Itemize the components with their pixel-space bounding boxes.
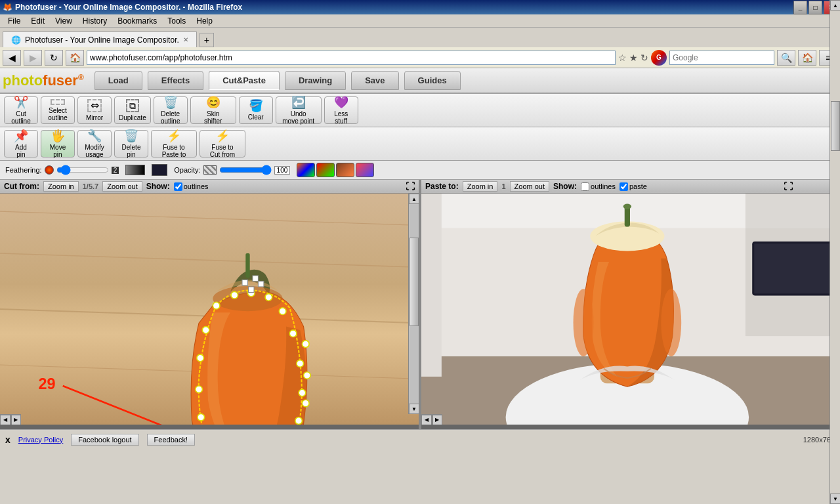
facebook-logout-button[interactable]: Facebook logout — [71, 434, 138, 446]
scroll-thumb-h[interactable] — [10, 415, 12, 425]
maximize-button[interactable]: □ — [808, 1, 822, 14]
cut-from-outlines-checkbox[interactable] — [174, 182, 182, 191]
paste-to-zoom-out[interactable]: Zoom out — [510, 181, 549, 192]
cut-from-scrollbar-v[interactable]: ▲ ▼ — [408, 194, 419, 414]
search-button[interactable]: 🔍 — [777, 50, 795, 66]
paste-to-paste-checkbox[interactable] — [620, 182, 628, 191]
tab-guides[interactable]: Guides — [404, 71, 461, 90]
paste-to-zoom-level: 1 — [501, 182, 505, 190]
home-button[interactable]: 🏠 — [66, 50, 84, 66]
scroll-right-btn2[interactable]: ▶ — [432, 415, 442, 425]
scroll-down-btn[interactable]: ▼ — [409, 404, 419, 414]
cut-from-image: 29 30 — [0, 194, 419, 425]
select-outline-button[interactable]: Selectoutline — [41, 96, 75, 124]
tab-drawing[interactable]: Drawing — [285, 71, 346, 90]
paste-to-paste-label[interactable]: paste — [620, 182, 647, 191]
scroll-left-btn[interactable]: ◀ — [0, 415, 10, 425]
delete-pin-button[interactable]: 🗑️ Deletepin — [114, 130, 148, 158]
delete-outline-button[interactable]: 🗑️ Deleteoutline — [154, 96, 188, 124]
svg-point-11 — [197, 354, 204, 362]
clear-button[interactable]: 🪣 Clear — [239, 96, 273, 124]
reload-button[interactable]: ↻ — [45, 50, 63, 66]
page-scrollbar[interactable]: ▲ ▼ — [830, 0, 840, 504]
scroll-up-btn[interactable]: ▲ — [409, 194, 419, 204]
undo-move-button[interactable]: ↩️ Undomove point — [276, 96, 322, 124]
minimize-button[interactable]: _ — [793, 1, 807, 14]
color-btn-3[interactable] — [336, 163, 354, 177]
home-btn2[interactable]: 🏠 — [798, 50, 816, 66]
menu-tools[interactable]: Tools — [162, 15, 191, 27]
svg-point-57 — [661, 289, 681, 356]
fuse-paste-to-button[interactable]: ⚡ Fuse toPaste to — [151, 130, 197, 158]
color-swatch-dark[interactable] — [152, 164, 167, 176]
paste-to-zoom-in[interactable]: Zoom in — [463, 181, 498, 192]
less-stuff-button[interactable]: 💜 Lessstuff — [324, 96, 358, 124]
app-nav-bar: photofuser® Load Effects Cut&Paste Drawi… — [0, 68, 840, 94]
new-tab-button[interactable]: + — [200, 33, 214, 47]
menu-help[interactable]: Help — [191, 15, 218, 27]
star2-icon[interactable]: ★ — [629, 52, 638, 63]
back-button[interactable]: ◀ — [3, 50, 21, 66]
color-btn-4[interactable] — [356, 163, 374, 177]
modify-usage-button[interactable]: 🔧 Modifyusage — [77, 130, 112, 158]
paste-to-scrollbar-h[interactable]: ◀ ▶ — [421, 414, 442, 425]
scroll-left-btn2[interactable]: ◀ — [421, 415, 432, 425]
page-scroll-thumb[interactable] — [831, 101, 840, 152]
paste-to-outlines-label[interactable]: outlines — [581, 182, 616, 191]
cut-from-zoom-out[interactable]: Zoom out — [102, 181, 142, 192]
tabbar: 🌐 Photofuser - Your Online Image Composi… — [0, 28, 840, 47]
paste-to-outlines-checkbox[interactable] — [581, 182, 589, 191]
duplicate-button[interactable]: ⧉ Duplicate — [114, 96, 151, 124]
scroll-right-btn[interactable]: ▶ — [10, 415, 21, 425]
fuse-cut-from-button[interactable]: ⚡ Fuse toCut from — [200, 130, 245, 158]
feedback-button[interactable]: Feedback! — [147, 434, 195, 446]
mirror-button[interactable]: ⇔ Mirror — [77, 96, 112, 124]
window-title: Photofuser - Your Online Image Composito… — [15, 3, 242, 12]
tab-effects[interactable]: Effects — [148, 71, 203, 90]
page-scroll-down[interactable]: ▼ — [830, 494, 840, 504]
svg-text:29: 29 — [38, 375, 55, 392]
color-btn-1[interactable] — [297, 163, 315, 177]
tab-save[interactable]: Save — [351, 71, 398, 90]
tab-load[interactable]: Load — [94, 71, 142, 90]
tab-icon: 🌐 — [11, 35, 21, 45]
scroll-thumb-h2[interactable] — [432, 415, 433, 425]
skin-shifter-button[interactable]: 😊 Skinshifter — [190, 96, 236, 124]
options-bar: Feathering: 2 Opacity: 100 — [0, 161, 840, 180]
svg-point-56 — [574, 289, 594, 356]
address-input[interactable] — [87, 51, 616, 65]
opacity-slider[interactable] — [219, 166, 272, 174]
paste-to-maximize[interactable]: ⛶ — [784, 181, 793, 192]
menu-edit[interactable]: Edit — [26, 15, 50, 27]
forward-button[interactable]: ▶ — [24, 50, 42, 66]
cut-from-maximize[interactable]: ⛶ — [406, 181, 415, 192]
page-scroll-up[interactable]: ▲ — [830, 0, 840, 10]
scroll-thumb-v[interactable] — [410, 238, 419, 326]
select-outline-icon — [51, 99, 65, 105]
cut-from-outlines-label[interactable]: outlines — [174, 182, 209, 191]
tab-close-icon[interactable]: ✕ — [183, 36, 188, 43]
svg-point-10 — [202, 327, 209, 334]
tab-cutpaste[interactable]: Cut&Paste — [209, 71, 280, 90]
feathering-slider[interactable] — [56, 166, 109, 174]
move-pin-button[interactable]: 🖐️ Movepin — [41, 130, 75, 158]
cut-outline-button[interactable]: ✂️ Cutoutline — [4, 96, 38, 124]
cut-from-zoom-in[interactable]: Zoom in — [43, 181, 79, 192]
paste-to-canvas[interactable]: ▲ ▼ ◀ ▶ — [421, 194, 840, 425]
clear-icon: 🪣 — [249, 100, 263, 112]
cut-from-scrollbar-h[interactable]: ◀ ▶ — [0, 414, 21, 425]
cut-from-canvas[interactable]: 29 30 ▲ ▼ — [0, 194, 419, 425]
opacity-value: 100 — [274, 166, 291, 175]
menu-history[interactable]: History — [77, 15, 112, 27]
add-pin-button[interactable]: 📌 Addpin — [4, 130, 38, 158]
menu-view[interactable]: View — [50, 15, 77, 27]
privacy-link[interactable]: Privacy Policy — [18, 436, 63, 444]
search-input[interactable] — [669, 51, 774, 65]
paste-to-outlines-text: outlines — [591, 182, 616, 190]
menu-file[interactable]: File — [3, 15, 26, 27]
color-btn-2[interactable] — [316, 163, 335, 177]
star-icon[interactable]: ☆ — [618, 52, 627, 63]
refresh-icon[interactable]: ↻ — [640, 52, 648, 63]
menu-bookmarks[interactable]: Bookmarks — [112, 15, 162, 27]
browser-tab-photofuser[interactable]: 🌐 Photofuser - Your Online Image Composi… — [3, 32, 197, 47]
